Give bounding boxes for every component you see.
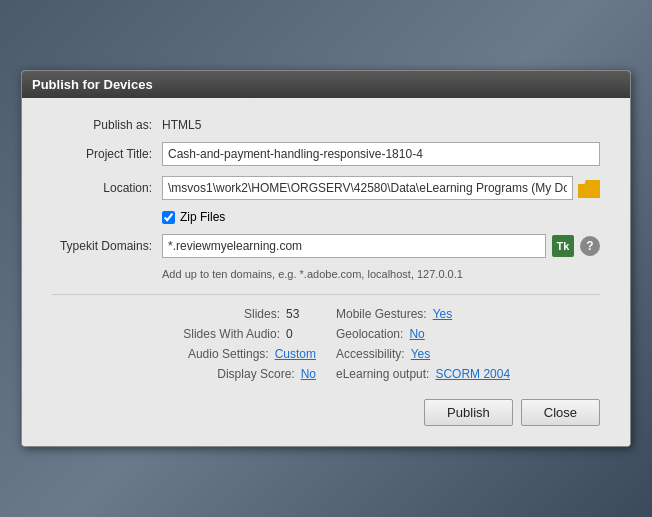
publish-as-label: Publish as: — [52, 118, 162, 132]
location-label: Location: — [52, 181, 162, 195]
location-input[interactable] — [162, 176, 573, 200]
project-title-row: Project Title: — [52, 142, 600, 166]
divider — [52, 294, 600, 295]
mobile-gestures-row: Mobile Gestures: Yes — [326, 307, 600, 321]
slides-row: Slides: 53 — [52, 307, 326, 321]
slides-value: 53 — [286, 307, 316, 321]
dialog-title: Publish for Devices — [32, 77, 153, 92]
elearning-link[interactable]: SCORM 2004 — [435, 367, 510, 381]
display-score-row: Display Score: No — [52, 367, 326, 381]
publish-as-row: Publish as: HTML5 — [52, 118, 600, 132]
elearning-output-row: eLearning output: SCORM 2004 — [326, 367, 600, 381]
slides-audio-row: Slides With Audio: 0 — [52, 327, 326, 341]
mobile-gestures-label: Mobile Gestures: — [336, 307, 427, 321]
typekit-input[interactable] — [162, 234, 546, 258]
accessibility-link[interactable]: Yes — [411, 347, 431, 361]
geolocation-row: Geolocation: No — [326, 327, 600, 341]
typekit-row: Typekit Domains: Tk ? — [52, 234, 600, 258]
slides-label: Slides: — [244, 307, 280, 321]
zip-files-label: Zip Files — [180, 210, 225, 224]
typekit-label: Typekit Domains: — [52, 239, 162, 253]
accessibility-label: Accessibility: — [336, 347, 405, 361]
mobile-gestures-link[interactable]: Yes — [433, 307, 453, 321]
stats-section: Slides: 53 Slides With Audio: 0 Audio Se… — [52, 307, 600, 381]
publish-dialog: Publish for Devices Publish as: HTML5 Pr… — [21, 70, 631, 447]
project-title-input[interactable] — [162, 142, 600, 166]
display-score-label: Display Score: — [217, 367, 294, 381]
stats-right-col: Mobile Gestures: Yes Geolocation: No Acc… — [326, 307, 600, 381]
project-title-label: Project Title: — [52, 147, 162, 161]
audio-settings-row: Audio Settings: Custom — [52, 347, 326, 361]
stats-left-col: Slides: 53 Slides With Audio: 0 Audio Se… — [52, 307, 326, 381]
help-icon[interactable]: ? — [580, 236, 600, 256]
display-score-link[interactable]: No — [301, 367, 316, 381]
zip-files-checkbox[interactable] — [162, 211, 175, 224]
typekit-badge[interactable]: Tk — [552, 235, 574, 257]
zip-files-row: Zip Files — [162, 210, 600, 224]
audio-settings-link[interactable]: Custom — [275, 347, 316, 361]
dialog-titlebar: Publish for Devices — [22, 71, 630, 98]
publish-as-value: HTML5 — [162, 118, 201, 132]
geolocation-label: Geolocation: — [336, 327, 403, 341]
location-row: Location: — [52, 176, 600, 200]
folder-icon[interactable] — [578, 178, 600, 198]
slides-audio-label: Slides With Audio: — [183, 327, 280, 341]
button-row: Publish Close — [52, 399, 600, 426]
slides-audio-value: 0 — [286, 327, 316, 341]
accessibility-row: Accessibility: Yes — [326, 347, 600, 361]
typekit-hint: Add up to ten domains, e.g. *.adobe.com,… — [162, 268, 600, 280]
publish-button[interactable]: Publish — [424, 399, 513, 426]
close-button[interactable]: Close — [521, 399, 600, 426]
geolocation-link[interactable]: No — [409, 327, 424, 341]
audio-settings-label: Audio Settings: — [188, 347, 269, 361]
elearning-label: eLearning output: — [336, 367, 429, 381]
